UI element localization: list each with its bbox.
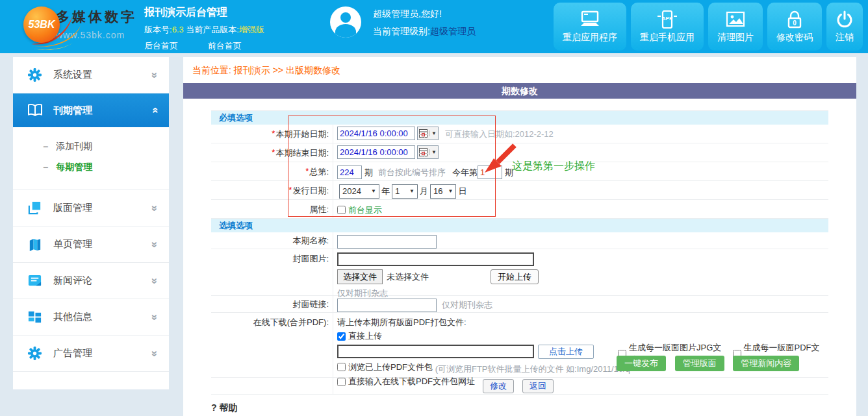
cover-link-note: 仅对期刊杂志 <box>442 299 492 311</box>
gear-icon <box>27 67 44 83</box>
sidebar-subitem-issue-manage[interactable]: − 每期管理 <box>13 157 169 178</box>
submit-button[interactable]: 修改 <box>483 379 514 393</box>
publish-year-select[interactable]: 2024 ▼ <box>339 184 379 199</box>
issue-name-row: 本期名称: <box>211 232 828 249</box>
restart-mobile-button[interactable]: APP 重启手机应用 <box>631 3 704 51</box>
browse-uploaded-pdf-checkbox[interactable] <box>337 363 346 371</box>
calendar-icon <box>419 148 428 156</box>
sidebar-item-ad-management[interactable]: 广告管理 » <box>13 336 169 372</box>
back-button[interactable]: 返回 <box>522 379 554 393</box>
sidebar-item-label: 新闻评论 <box>53 275 151 287</box>
change-password-button[interactable]: 0 修改密码 <box>767 3 822 51</box>
click-upload-button[interactable]: 点击上传 <box>538 345 594 359</box>
greeting-block: 超级管理员,您好! 当前管理级别:超级管理员 <box>373 6 476 38</box>
svg-text:0: 0 <box>793 19 797 27</box>
direct-upload-label: 直接上传 <box>348 330 382 342</box>
logo: 53BK <box>18 4 129 51</box>
version-label: 版本号: <box>144 25 172 34</box>
greeting-text: 超级管理员,您好! <box>373 8 476 20</box>
subitem-label: 每期管理 <box>56 162 92 173</box>
chevron-down-icon: » <box>147 241 160 247</box>
sidebar-item-news-comments[interactable]: 新闻评论 » <box>13 263 169 299</box>
cover-image-input[interactable] <box>337 252 534 266</box>
avatar-body-icon <box>335 24 356 38</box>
online-download-row: 在线下载(合并PDF): 请上传本期所有版面PDF打包文件: 直接上传 点击上传 <box>211 313 828 378</box>
chevron-down-icon: » <box>147 278 160 284</box>
help-link[interactable]: ? 帮助 <box>211 402 237 414</box>
sidebar-item-system-settings[interactable]: 系统设置 » <box>13 57 169 93</box>
cover-link-input[interactable] <box>337 299 437 312</box>
header-buttons: 重启应用程序 APP 重启手机应用 清理图片 0 修改密码 <box>554 3 863 51</box>
restart-app-button[interactable]: 重启应用程序 <box>554 3 626 51</box>
clean-images-label: 清理图片 <box>717 32 754 43</box>
svg-text:APP: APP <box>662 16 673 21</box>
dropdown-arrow-icon: ▼ <box>371 188 376 194</box>
start-upload-button[interactable]: 开始上传 <box>491 269 539 284</box>
sidebar-subitem-add-issue[interactable]: − 添加刊期 <box>13 136 169 157</box>
actions-row: 修改 返回 <box>211 378 828 395</box>
issue-total-unit: 期 <box>364 167 373 178</box>
page-title: 期数修改 <box>183 83 856 99</box>
chevron-down-icon: » <box>147 350 160 356</box>
end-date-label: 本期结束日期: <box>275 147 329 159</box>
front-display-checkbox[interactable] <box>337 206 346 214</box>
logout-label: 注销 <box>836 32 854 43</box>
issue-name-input[interactable] <box>337 235 437 249</box>
publish-year-value: 2024 <box>342 186 361 196</box>
nav-frontend-home[interactable]: 前台首页 <box>208 41 242 51</box>
lock-icon: 0 <box>785 10 804 29</box>
chevron-up-icon: » <box>147 107 160 113</box>
one-click-publish-button[interactable]: 一键发布 <box>617 356 666 371</box>
breadcrumb-location-label: 当前位置: <box>192 65 231 75</box>
breadcrumb-page: 出版期数修改 <box>286 65 340 75</box>
start-date-picker-button[interactable]: ▼ <box>417 127 439 140</box>
admin-level-label: 当前管理级别: <box>373 26 430 36</box>
optional-section-header: 选填选项 <box>211 219 828 232</box>
app-title: 报刊演示后台管理 <box>144 6 269 19</box>
required-section-header: 必填选项 <box>211 111 828 125</box>
dropdown-arrow-icon: ▼ <box>429 130 437 136</box>
sidebar-item-issue-management[interactable]: 刊期管理 » <box>13 93 169 127</box>
publish-month-value: 1 <box>395 186 400 196</box>
publish-day-select[interactable]: 16 ▼ <box>430 184 456 199</box>
direct-upload-checkbox[interactable] <box>337 332 346 341</box>
dropdown-arrow-icon: ▼ <box>448 188 453 194</box>
sidebar-item-single-page-management[interactable]: 单页管理 » <box>13 226 169 263</box>
sidebar: 系统设置 » 刊期管理 » − 添加刊期 − 每期管理 版面管理 <box>13 57 169 389</box>
issue-total-input[interactable] <box>337 165 362 179</box>
pdf-upload-input[interactable] <box>337 345 534 358</box>
start-date-input[interactable] <box>337 127 415 140</box>
nav-backend-home[interactable]: 后台首页 <box>144 41 178 51</box>
end-date-picker-button[interactable]: ▼ <box>417 145 439 159</box>
required-asterisk: * <box>305 166 309 176</box>
required-asterisk: * <box>272 147 275 157</box>
admin-level-line: 当前管理级别:超级管理员 <box>373 26 476 38</box>
required-asterisk: * <box>272 128 275 138</box>
image-icon <box>724 10 747 29</box>
clean-images-button[interactable]: 清理图片 <box>708 3 763 51</box>
chevron-down-icon: » <box>147 205 160 211</box>
publish-month-select[interactable]: 1 ▼ <box>392 184 418 199</box>
main-content: 当前位置: 报刊演示 >> 出版期数修改 期数修改 必填选项 *本期开始日期: … <box>183 57 856 416</box>
front-display-label: 前台显示 <box>348 204 382 216</box>
choose-file-button[interactable]: 选择文件 <box>337 269 383 284</box>
breadcrumb: 当前位置: 报刊演示 >> 出版期数修改 <box>192 65 340 77</box>
year-unit: 年 <box>381 186 390 197</box>
publish-day-value: 16 <box>433 186 442 196</box>
end-date-input[interactable] <box>337 145 415 159</box>
sidebar-item-label: 单页管理 <box>53 238 151 251</box>
year-issue-input[interactable] <box>478 165 502 179</box>
sidebar-item-other-info[interactable]: 其他信息 » <box>13 299 169 336</box>
manage-news-button[interactable]: 管理新闻内容 <box>733 356 799 371</box>
logout-button[interactable]: 注销 <box>826 3 863 51</box>
manage-pages-button[interactable]: 管理版面 <box>675 356 724 371</box>
cover-image-label: 封面图片: <box>292 253 329 265</box>
breadcrumb-site-link[interactable]: 报刊演示 <box>234 65 270 75</box>
sidebar-item-layout-management[interactable]: 版面管理 » <box>13 190 169 226</box>
attribute-label: 属性: <box>309 204 329 215</box>
sort-note: 前台按此编号排序 <box>378 167 446 178</box>
sidebar-item-label: 其他信息 <box>53 311 151 323</box>
logo-text: 53BK <box>29 19 55 31</box>
monitor-icon <box>578 10 602 29</box>
issue-total-label: 总第: <box>309 166 329 178</box>
